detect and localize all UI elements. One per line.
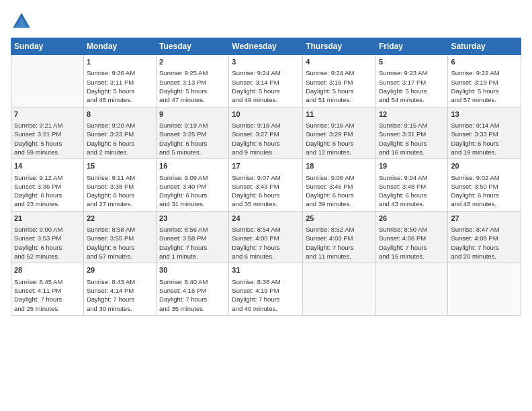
day-cell: 14Sunrise: 9:12 AMSunset: 3:36 PMDayligh… <box>11 159 84 212</box>
day-info-line: Sunset: 3:40 PM <box>159 182 226 191</box>
day-info-line: and 35 minutes. <box>159 304 226 313</box>
day-info-line: Sunset: 3:13 PM <box>159 78 226 87</box>
day-info-line: Daylight: 7 hours <box>306 243 373 252</box>
day-number: 11 <box>306 109 373 120</box>
week-row-4: 21Sunrise: 9:00 AMSunset: 3:53 PMDayligh… <box>11 211 521 263</box>
day-cell: 4Sunrise: 9:24 AMSunset: 3:16 PMDaylight… <box>303 55 376 107</box>
day-info-line: Sunrise: 8:40 AM <box>159 277 226 286</box>
day-info-line: Daylight: 5 hours <box>306 87 373 95</box>
day-info-line: and 5 minutes. <box>159 148 226 156</box>
day-info-line: and 23 minutes. <box>14 199 81 208</box>
day-number: 18 <box>306 161 373 171</box>
day-cell: 2Sunrise: 9:25 AMSunset: 3:13 PMDaylight… <box>157 55 229 107</box>
weekday-wednesday: Wednesday <box>229 38 303 55</box>
day-info-line: Daylight: 5 hours <box>379 87 445 95</box>
day-info-line: Sunrise: 9:09 AM <box>159 173 226 182</box>
day-info-line: Daylight: 7 hours <box>87 295 153 304</box>
day-cell: 6Sunrise: 9:22 AMSunset: 3:19 PMDaylight… <box>448 55 521 107</box>
day-info-line: Sunset: 4:03 PM <box>306 234 373 242</box>
day-info-line: Daylight: 7 hours <box>232 243 300 252</box>
day-cell: 11Sunrise: 9:16 AMSunset: 3:29 PMDayligh… <box>303 107 376 159</box>
day-cell: 10Sunrise: 9:18 AMSunset: 3:27 PMDayligh… <box>229 107 303 159</box>
day-info-line: Daylight: 6 hours <box>87 191 153 199</box>
day-info-line: Sunset: 3:11 PM <box>87 78 153 87</box>
day-info-line: and 43 minutes. <box>379 199 445 208</box>
day-info-line: Sunrise: 9:15 AM <box>379 121 445 130</box>
day-info-line: Daylight: 5 hours <box>451 87 518 95</box>
day-info-line: and 15 minutes. <box>379 252 445 261</box>
day-info-line: Sunrise: 9:26 AM <box>87 68 153 77</box>
day-info-line: Sunset: 4:14 PM <box>87 286 153 295</box>
day-number: 12 <box>379 109 445 120</box>
week-row-1: 1Sunrise: 9:26 AMSunset: 3:11 PMDaylight… <box>11 55 521 107</box>
day-number: 5 <box>379 57 445 67</box>
day-info-line: Daylight: 7 hours <box>379 243 445 252</box>
day-info-line: and 1 minute. <box>159 252 226 261</box>
day-info-line: and 2 minutes. <box>87 148 153 156</box>
day-cell: 21Sunrise: 9:00 AMSunset: 3:53 PMDayligh… <box>11 211 84 263</box>
day-info-line: Sunrise: 9:19 AM <box>159 121 226 130</box>
day-cell: 30Sunrise: 8:40 AMSunset: 4:16 PMDayligh… <box>157 263 229 316</box>
day-number: 15 <box>87 161 153 171</box>
day-info-line: and 20 minutes. <box>451 252 518 261</box>
day-info-line: and 6 minutes. <box>232 252 300 261</box>
day-info-line: and 27 minutes. <box>87 199 153 208</box>
day-info-line: Sunset: 3:50 PM <box>451 182 518 191</box>
day-info-line: Sunset: 3:33 PM <box>451 130 518 138</box>
day-number: 19 <box>379 161 445 171</box>
day-info-line: and 9 minutes. <box>232 148 300 156</box>
day-info-line: Sunset: 3:53 PM <box>14 234 81 242</box>
day-info-line: Sunrise: 8:47 AM <box>451 225 518 234</box>
day-info-line: Sunset: 4:19 PM <box>232 286 300 295</box>
week-row-5: 28Sunrise: 8:45 AMSunset: 4:11 PMDayligh… <box>11 263 521 316</box>
day-info-line: Sunset: 3:27 PM <box>232 130 300 138</box>
day-number: 8 <box>87 109 153 120</box>
day-info-line: Sunrise: 9:00 AM <box>14 225 81 234</box>
week-row-3: 14Sunrise: 9:12 AMSunset: 3:36 PMDayligh… <box>11 159 521 212</box>
day-cell: 24Sunrise: 8:54 AMSunset: 4:00 PMDayligh… <box>229 211 303 263</box>
day-number: 10 <box>232 109 300 120</box>
day-cell: 5Sunrise: 9:23 AMSunset: 3:17 PMDaylight… <box>375 55 447 107</box>
day-info-line: and 11 minutes. <box>306 252 373 261</box>
day-info-line: Sunset: 3:25 PM <box>159 130 226 138</box>
day-cell: 19Sunrise: 9:04 AMSunset: 3:48 PMDayligh… <box>375 159 447 212</box>
day-info-line: Sunrise: 9:24 AM <box>306 68 373 77</box>
day-info-line: Daylight: 5 hours <box>87 87 153 95</box>
day-info-line: Daylight: 6 hours <box>14 243 81 252</box>
day-number: 23 <box>159 214 226 224</box>
day-cell: 12Sunrise: 9:15 AMSunset: 3:31 PMDayligh… <box>375 107 447 159</box>
day-cell: 29Sunrise: 8:43 AMSunset: 4:14 PMDayligh… <box>83 263 156 316</box>
day-cell: 31Sunrise: 8:38 AMSunset: 4:19 PMDayligh… <box>229 263 303 316</box>
day-info-line: Daylight: 6 hours <box>306 191 373 199</box>
day-info-line: Sunset: 3:14 PM <box>232 78 300 87</box>
day-number: 31 <box>232 265 300 275</box>
day-number: 7 <box>14 109 81 120</box>
weekday-friday: Friday <box>375 38 447 55</box>
day-info-line: Sunrise: 9:06 AM <box>306 173 373 182</box>
calendar-table: SundayMondayTuesdayWednesdayThursdayFrid… <box>11 38 521 316</box>
day-info-line: Sunset: 3:17 PM <box>379 78 445 87</box>
weekday-thursday: Thursday <box>303 38 376 55</box>
day-info-line: Sunset: 3:48 PM <box>379 182 445 191</box>
day-info-line: Sunset: 4:16 PM <box>159 286 226 295</box>
day-info-line: Sunrise: 9:16 AM <box>306 121 373 130</box>
day-info-line: and 47 minutes. <box>159 95 226 104</box>
day-number: 16 <box>159 161 226 171</box>
day-info-line: Sunset: 4:11 PM <box>14 286 81 295</box>
day-cell: 15Sunrise: 9:11 AMSunset: 3:38 PMDayligh… <box>83 159 156 212</box>
day-number: 17 <box>232 161 300 171</box>
day-info-line: and 45 minutes. <box>87 95 153 104</box>
day-info-line: Sunrise: 8:50 AM <box>379 225 445 234</box>
day-info-line: and 12 minutes. <box>306 148 373 156</box>
day-number: 3 <box>232 57 300 67</box>
day-info-line: Daylight: 5 hours <box>159 87 226 95</box>
day-info-line: Sunrise: 9:04 AM <box>379 173 445 182</box>
day-number: 27 <box>451 214 518 224</box>
day-info-line: Daylight: 6 hours <box>87 243 153 252</box>
day-info-line: and 30 minutes. <box>87 304 153 313</box>
day-info-line: Sunrise: 9:07 AM <box>232 173 300 182</box>
day-number: 28 <box>14 265 81 275</box>
day-cell <box>448 263 521 316</box>
day-info-line: and 59 minutes. <box>14 148 81 156</box>
day-info-line: Daylight: 6 hours <box>451 139 518 148</box>
